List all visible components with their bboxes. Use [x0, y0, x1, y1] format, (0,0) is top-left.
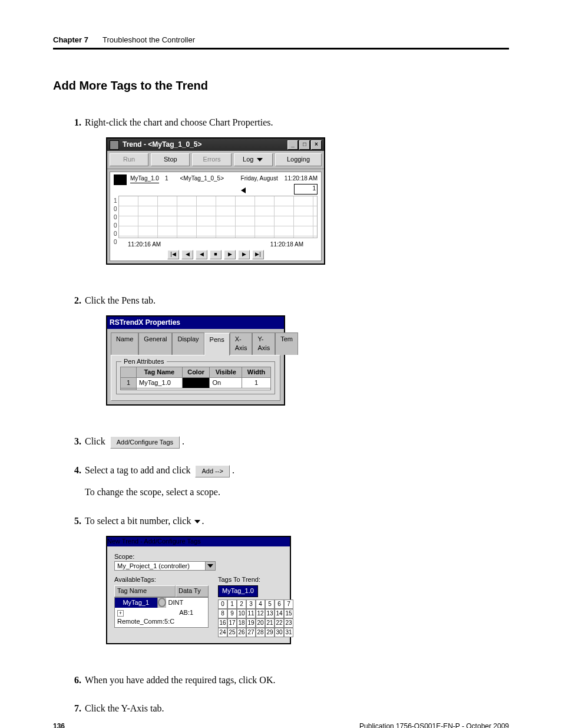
- app-icon: [110, 140, 119, 150]
- errors-button[interactable]: Errors: [192, 153, 231, 166]
- close-button[interactable]: ×: [311, 140, 322, 150]
- chart-grid[interactable]: [118, 196, 318, 238]
- run-button[interactable]: Run: [110, 153, 148, 166]
- available-list-header: Tag Name Data Ty: [114, 585, 209, 597]
- minimize-button[interactable]: _: [287, 140, 298, 150]
- step-number: 4.: [66, 464, 81, 477]
- bit-cell[interactable]: 14: [275, 609, 284, 618]
- step-6-text: When you have added the required tags, c…: [85, 675, 275, 685]
- bit-cell[interactable]: 1: [227, 599, 237, 609]
- bit-cell[interactable]: 31: [284, 628, 293, 637]
- available-label: AvailableTags:: [114, 575, 209, 584]
- tab-yaxis[interactable]: Y-Axis: [252, 332, 275, 355]
- step-number: 5.: [66, 515, 81, 528]
- bit-cell[interactable]: 7: [284, 599, 293, 609]
- bit-cell[interactable]: 11: [246, 609, 256, 618]
- logging-button[interactable]: Logging: [275, 153, 322, 166]
- step-fwd-button[interactable]: ▶: [224, 250, 236, 259]
- tab-name[interactable]: Name: [111, 332, 138, 355]
- bit-cell[interactable]: 27: [246, 628, 256, 637]
- bit-cell[interactable]: 8: [218, 609, 227, 618]
- bit-cell[interactable]: 13: [265, 609, 275, 618]
- bit-cell[interactable]: 25: [227, 628, 237, 637]
- bit-number-grid[interactable]: 0 1 2 3 4 5 6 7 8 9: [218, 599, 293, 637]
- tab-general[interactable]: General: [138, 332, 172, 355]
- bit-cell[interactable]: 6: [275, 599, 284, 609]
- col-width[interactable]: Width: [242, 367, 271, 377]
- bit-cell[interactable]: 28: [256, 628, 265, 637]
- bit-cell[interactable]: 23: [284, 618, 293, 628]
- bit-cell[interactable]: 22: [275, 618, 284, 628]
- stop-button[interactable]: Stop: [151, 153, 190, 166]
- first-button[interactable]: |◀: [167, 250, 179, 259]
- trend-titlebar: Trend - <MyTag_1_0_5> _ □ ×: [107, 139, 324, 151]
- bit-cell[interactable]: 2: [237, 599, 246, 609]
- row-width[interactable]: 1: [242, 377, 271, 388]
- bit-cell[interactable]: 4: [256, 599, 265, 609]
- trend-toolbar: Run Stop Errors Log Logging: [107, 151, 324, 169]
- bit-cell[interactable]: 10: [237, 609, 246, 618]
- tab-xaxis[interactable]: X-Axis: [230, 332, 253, 355]
- bit-cell[interactable]: 29: [265, 628, 275, 637]
- row-visible[interactable]: On: [210, 377, 242, 388]
- expand-icon[interactable]: +: [117, 610, 124, 617]
- bit-cell[interactable]: 24: [218, 628, 227, 637]
- forward-button[interactable]: ▶: [238, 250, 250, 259]
- tab-pens[interactable]: Pens: [204, 333, 230, 355]
- page-header: Chapter 7 Troubleshoot the Controller: [53, 35, 509, 50]
- maximize-button[interactable]: □: [299, 140, 310, 150]
- row-tag[interactable]: MyTag_1.0: [137, 377, 183, 388]
- trend-chart[interactable]: MyTag_1.0 1 <MyTag_1_0_5> Friday, August…: [110, 172, 322, 261]
- step-3-pre: Click: [85, 436, 105, 446]
- bit-cell[interactable]: 5: [265, 599, 275, 609]
- step-2-text: Click the Pens tab.: [85, 295, 156, 305]
- col-visible[interactable]: Visible: [210, 367, 242, 377]
- tab-tem[interactable]: Tem: [275, 332, 298, 355]
- add-configure-tags-button[interactable]: Add/Configure Tags: [110, 436, 180, 449]
- hdr-tagname[interactable]: Tag Name: [114, 585, 176, 597]
- properties-tabs: Name General Display Pens X-Axis Y-Axis …: [107, 329, 284, 355]
- selected-trend-tag[interactable]: MyTag_1.0: [218, 585, 258, 597]
- list-row[interactable]: + Remote_Comm:5:C AB:1: [115, 608, 208, 627]
- rewind-button[interactable]: ◀: [181, 250, 193, 259]
- bit-cell[interactable]: 0: [218, 599, 227, 609]
- scope-label: Scope:: [114, 552, 283, 561]
- chapter-title: Troubleshoot the Controller: [103, 35, 195, 44]
- pen-table[interactable]: Tag Name Color Visible Width 1 MyTag_1.0: [120, 367, 271, 391]
- tab-display[interactable]: Display: [172, 332, 204, 355]
- bit-cell[interactable]: 9: [227, 609, 237, 618]
- add-button[interactable]: Add -->: [195, 465, 229, 477]
- bit-cell[interactable]: 20: [256, 618, 265, 628]
- bit-cell[interactable]: 17: [227, 618, 237, 628]
- step-4-pre: Select a tag to add and click: [85, 465, 190, 475]
- marker-icon: [241, 187, 246, 193]
- hdr-datatype[interactable]: Data Ty: [176, 585, 209, 597]
- row-dropdown-button[interactable]: [157, 598, 166, 608]
- playback-controls: |◀ ◀ ◀ ■ ▶ ▶ ▶|: [114, 250, 318, 259]
- scope-input[interactable]: [115, 562, 205, 570]
- list-row[interactable]: MyTag_1 DINT: [115, 598, 208, 608]
- bit-cell[interactable]: 18: [237, 618, 246, 628]
- step-number: 7.: [66, 702, 81, 715]
- available-list[interactable]: MyTag_1 DINT +: [114, 597, 209, 628]
- pause-button[interactable]: ■: [210, 250, 222, 259]
- bit-cell[interactable]: 16: [218, 618, 227, 628]
- bit-cell[interactable]: 30: [275, 628, 284, 637]
- step-back-button[interactable]: ◀: [196, 250, 207, 259]
- chart-tag-main: <MyTag_1_0_5>: [180, 174, 224, 183]
- scope-combo[interactable]: [114, 561, 216, 571]
- chart-time: 11:20:18 AM: [285, 175, 318, 182]
- scope-dropdown-button[interactable]: [205, 562, 215, 570]
- bit-cell[interactable]: 3: [246, 599, 256, 609]
- pen-row[interactable]: 1 MyTag_1.0 On 1: [121, 377, 271, 388]
- bit-cell[interactable]: 19: [246, 618, 256, 628]
- bit-cell[interactable]: 12: [256, 609, 265, 618]
- log-dropdown[interactable]: Log: [234, 153, 273, 166]
- last-button[interactable]: ▶|: [252, 250, 264, 259]
- row-color[interactable]: [182, 377, 210, 388]
- col-color[interactable]: Color: [182, 367, 210, 377]
- bit-cell[interactable]: 26: [237, 628, 246, 637]
- bit-cell[interactable]: 21: [265, 618, 275, 628]
- bit-cell[interactable]: 15: [284, 609, 293, 618]
- col-tagname[interactable]: Tag Name: [137, 367, 183, 377]
